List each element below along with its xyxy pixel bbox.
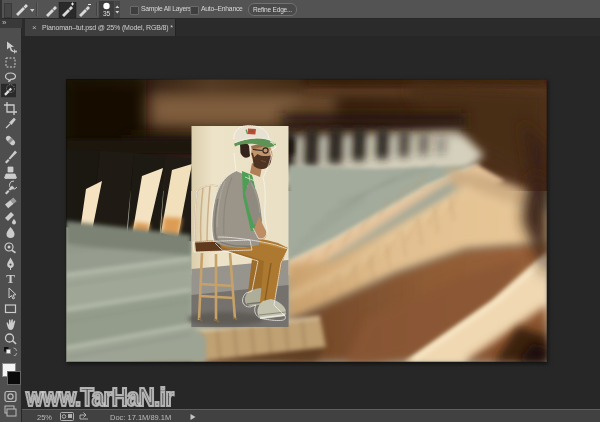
svg-text:35: 35: [103, 10, 111, 17]
svg-text:T: T: [6, 271, 15, 286]
